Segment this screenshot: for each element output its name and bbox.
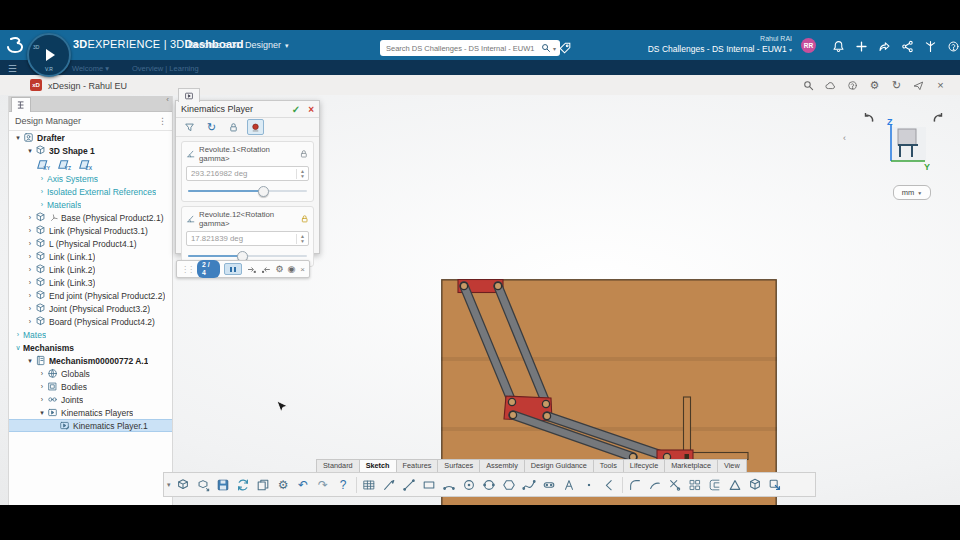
tree-menu-icon[interactable]: ⋮	[158, 116, 166, 126]
expander-open-icon[interactable]: ▾	[37, 409, 47, 417]
tab-lifecycle[interactable]: Lifecycle	[624, 459, 665, 473]
tab-tools[interactable]: Tools	[594, 459, 624, 473]
angle-slider[interactable]	[186, 186, 309, 195]
side-panel-collapse-icon[interactable]: ‹	[843, 133, 846, 143]
angle-input[interactable]	[187, 169, 296, 178]
settings-icon[interactable]: ⚙	[869, 80, 880, 91]
trim-icon[interactable]	[666, 475, 685, 494]
expander-closed-icon[interactable]: ›	[25, 305, 35, 312]
pattern-icon[interactable]	[686, 475, 705, 494]
expander-closed-icon[interactable]: ›	[37, 383, 47, 390]
expander-closed-icon[interactable]: ›	[25, 227, 35, 234]
filter-icon[interactable]	[181, 119, 198, 135]
tree-row[interactable]: ›Joint (Physical Product3.2)	[9, 302, 172, 315]
offset-icon[interactable]	[706, 475, 725, 494]
tree-row[interactable]: ›Link (Link.2)	[9, 263, 172, 276]
dimension-icon[interactable]	[380, 475, 399, 494]
become-designer-menu[interactable]: Become a 3D Designer▾	[188, 40, 289, 50]
plane-zx-icon[interactable]: ZX	[79, 159, 91, 170]
step-back-icon[interactable]	[246, 264, 257, 275]
tree-row[interactable]: ›Board (Physical Product4.2)	[9, 315, 172, 328]
expander-closed-icon[interactable]: ›	[25, 279, 35, 286]
drag-handle[interactable]: ⋮⋮	[181, 265, 193, 274]
expander-open-icon[interactable]: ▾	[25, 357, 35, 365]
spline-icon[interactable]	[520, 475, 539, 494]
tree-row[interactable]: ›Mates	[9, 328, 172, 341]
slot-icon[interactable]	[540, 475, 559, 494]
apps-icon[interactable]	[924, 40, 937, 53]
tab-standard[interactable]: Standard	[316, 459, 360, 473]
tree-row[interactable]: ›Base (Physical Product2.1)	[9, 211, 172, 224]
tree-row[interactable]: ›Isolated External References	[9, 185, 172, 198]
angle-input[interactable]	[187, 234, 296, 243]
toolbar-overflow-chevron[interactable]: ▾	[167, 481, 171, 489]
search-icon[interactable]	[541, 43, 551, 53]
corner-arc-icon[interactable]	[646, 475, 665, 494]
tab-assembly[interactable]: Assembly	[480, 459, 525, 473]
expander-closed-icon[interactable]: ›	[37, 175, 47, 182]
tree-row[interactable]: ›L (Physical Product4.1)	[9, 237, 172, 250]
tab-features[interactable]: Features	[397, 459, 439, 473]
rotate-left-icon[interactable]	[862, 112, 876, 126]
settings-icon[interactable]: ⚙	[274, 475, 293, 494]
user-block[interactable]: Rahul RAI DS Challenges - DS Internal - …	[640, 35, 792, 54]
tree-row[interactable]: ▾3D Shape 1	[9, 144, 172, 157]
tree-row[interactable]: ▾Kinematics Players	[9, 406, 172, 419]
tab-design-guidance[interactable]: Design Guidance	[525, 459, 594, 473]
tree-row[interactable]: ›Link (Link.3)	[9, 276, 172, 289]
close-icon[interactable]: ×	[308, 104, 314, 115]
share-nodes-icon[interactable]	[901, 40, 914, 53]
tree-row[interactable]: ›Link (Link.1)	[9, 250, 172, 263]
tree-row[interactable]: ▾Drafter	[9, 131, 172, 144]
expander-closed-icon[interactable]: ›	[37, 201, 47, 208]
lock-icon[interactable]	[299, 149, 309, 159]
record-icon[interactable]	[247, 119, 264, 135]
nav-links[interactable]: Overview | Learning	[132, 64, 199, 73]
angle-slider[interactable]	[186, 251, 309, 260]
sync-icon[interactable]	[234, 475, 253, 494]
chamfer-icon[interactable]	[600, 475, 619, 494]
pause-icon[interactable]	[224, 263, 242, 275]
cloud-icon[interactable]	[825, 80, 836, 91]
tab-view[interactable]: View	[718, 459, 747, 473]
tab-surfaces[interactable]: Surfaces	[438, 459, 480, 473]
help-icon[interactable]	[947, 40, 960, 53]
help-icon[interactable]	[847, 80, 858, 91]
tab-marketplace[interactable]: Marketplace	[665, 459, 718, 473]
tree-row[interactable]: ›Joints	[9, 393, 172, 406]
expander-closed-icon[interactable]: ›	[25, 266, 35, 273]
tab-sketch[interactable]: Sketch	[360, 459, 397, 473]
settings-icon[interactable]: ⚙	[275, 264, 283, 275]
expander-closed-icon[interactable]: ›	[37, 370, 47, 377]
tree-row[interactable]: ∨Mechanisms	[9, 341, 172, 354]
tenant-selector[interactable]: DS Challenges - DS Internal - EUW1 ▾	[640, 44, 792, 54]
arc-icon[interactable]	[440, 475, 459, 494]
close-icon[interactable]: ×	[935, 80, 946, 91]
construction-triangle-icon[interactable]	[726, 475, 745, 494]
text-icon[interactable]	[560, 475, 579, 494]
search-icon[interactable]	[803, 80, 814, 91]
undo-icon[interactable]: ↶	[294, 475, 313, 494]
search-options-chevron[interactable]: ▾	[553, 45, 556, 52]
tree-row[interactable]: Kinematics Player.1	[9, 419, 172, 432]
tree-row[interactable]: ›Bodies	[9, 380, 172, 393]
record-icon[interactable]: ◉	[287, 264, 295, 275]
rotate-right-icon[interactable]	[931, 112, 945, 126]
share-arrow-icon[interactable]	[878, 40, 891, 53]
tree-row[interactable]: ›Link (Physical Product3.1)	[9, 224, 172, 237]
tree-row-planes[interactable]: XYYZZX	[9, 157, 172, 172]
refresh-icon[interactable]: ↻	[891, 80, 902, 91]
nav-welcome[interactable]: Welcome ▾	[72, 64, 109, 73]
new-part-icon[interactable]	[174, 475, 193, 494]
circle-icon[interactable]	[460, 475, 479, 494]
expander-closed-icon[interactable]: ›	[25, 253, 35, 260]
lock-icon[interactable]	[225, 119, 242, 135]
fillet-icon[interactable]	[626, 475, 645, 494]
tree-row[interactable]: ›Globals	[9, 367, 172, 380]
line-icon[interactable]	[400, 475, 419, 494]
units-dropdown[interactable]: mm▼	[893, 185, 931, 200]
spinner[interactable]: ▲▼	[296, 234, 308, 244]
avatar[interactable]: RR	[801, 38, 816, 53]
hamburger-icon[interactable]: ☰	[8, 63, 17, 74]
expander-closed-icon[interactable]: ›	[25, 292, 35, 299]
